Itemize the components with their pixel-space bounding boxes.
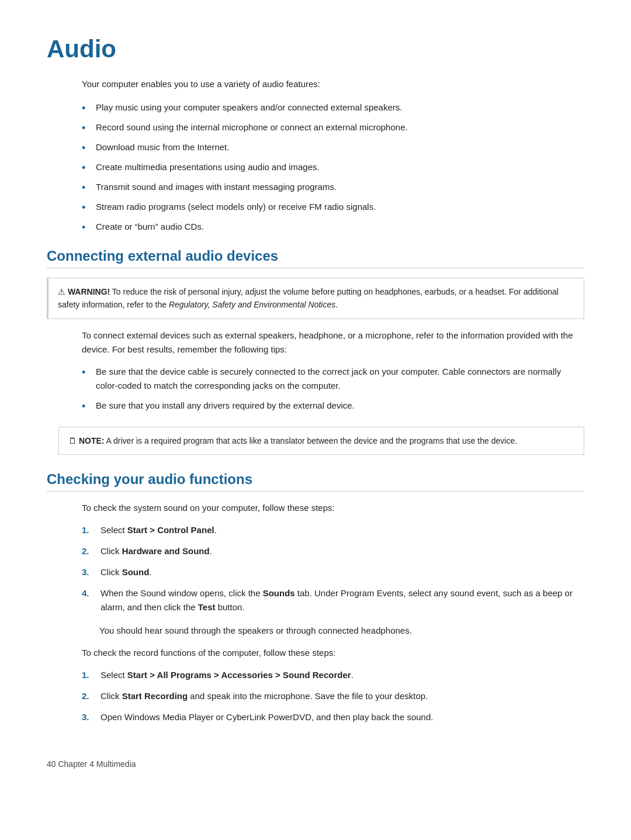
list-item: Record sound using the internal micropho… [82, 120, 584, 134]
record-intro: To check the record functions of the com… [82, 646, 584, 660]
connecting-body: To connect external devices such as exte… [82, 329, 584, 357]
list-item: Stream radio programs (select models onl… [82, 200, 584, 214]
step4-note: You should hear sound through the speake… [99, 624, 584, 638]
checking-intro: To check the system sound on your comput… [82, 501, 584, 515]
list-item: Be sure that you install any drivers req… [82, 399, 584, 413]
page-footer: 40 Chapter 4 Multimedia [47, 759, 584, 769]
list-item: Be sure that the device cable is securel… [82, 365, 584, 393]
intro-text: Your computer enables you to use a varie… [82, 77, 584, 91]
list-item: 2. Click Hardware and Sound. [82, 544, 584, 558]
list-item: 2. Click Start Recording and speak into … [82, 689, 584, 703]
note-label: NOTE: [79, 436, 105, 445]
chapter-label: Chapter 4 [58, 759, 93, 769]
tips-list: Be sure that the device cable is securel… [82, 365, 584, 413]
step-number: 1. [82, 523, 89, 537]
note-box: 🗒 NOTE: A driver is a required program t… [58, 427, 584, 455]
warning-italic: Regulatory, Safety and Environmental Not… [169, 300, 335, 309]
features-list: Play music using your computer speakers … [82, 101, 584, 234]
step-bold: Sounds [263, 588, 295, 598]
note-icon: 🗒 [68, 436, 77, 445]
list-item: 3. Open Windows Media Player or CyberLin… [82, 710, 584, 724]
step-number: 2. [82, 544, 89, 558]
step-bold: Hardware and Sound [122, 546, 210, 556]
step-bold2: Test [198, 602, 216, 612]
checking-heading: Checking your audio functions [47, 471, 584, 492]
note-text: 🗒 NOTE: A driver is a required program t… [68, 434, 574, 447]
check-steps-list: 1. Select Start > Control Panel. 2. Clic… [82, 523, 584, 614]
list-item: Create or “burn” audio CDs. [82, 220, 584, 234]
list-item: Download music from the Internet. [82, 140, 584, 154]
record-steps-list: 1. Select Start > All Programs > Accesso… [82, 668, 584, 724]
step-number: 4. [82, 586, 89, 600]
step-bold: Start > Control Panel [127, 525, 214, 535]
step-bold: Sound [122, 567, 150, 577]
warning-text: ⚠ WARNING! To reduce the risk of persona… [58, 285, 574, 312]
step-bold: Start > All Programs > Accessories > Sou… [127, 670, 351, 680]
list-item: Transmit sound and images with instant m… [82, 180, 584, 194]
step-text: Click Sound. [100, 567, 152, 577]
warning-box: ⚠ WARNING! To reduce the risk of persona… [47, 278, 584, 319]
list-item: Play music using your computer speakers … [82, 101, 584, 115]
warning-triangle-icon: ⚠ [58, 287, 65, 296]
step-text: Click Hardware and Sound. [100, 546, 212, 556]
step-text: Select Start > All Programs > Accessorie… [100, 670, 353, 680]
step-number: 1. [82, 668, 89, 682]
step-number: 3. [82, 710, 89, 724]
list-item: 1. Select Start > All Programs > Accesso… [82, 668, 584, 682]
connecting-heading: Connecting external audio devices [47, 248, 584, 268]
warning-label: WARNING! [68, 287, 110, 296]
step-bold: Start Recording [122, 691, 188, 701]
warning-end: . [335, 300, 338, 309]
page-number: 40 [47, 759, 56, 769]
step-text: Click Start Recording and speak into the… [100, 691, 428, 701]
warning-body: To reduce the risk of personal injury, a… [58, 287, 559, 309]
step-text: When the Sound window opens, click the S… [100, 588, 573, 612]
step-text: Select Start > Control Panel. [100, 525, 217, 535]
step-number: 3. [82, 565, 89, 579]
step-text: Open Windows Media Player or CyberLink P… [100, 712, 433, 722]
list-item: Create multimedia presentations using au… [82, 160, 584, 174]
list-item: 3. Click Sound. [82, 565, 584, 579]
list-item: 4. When the Sound window opens, click th… [82, 586, 584, 614]
chapter-name: Multimedia [96, 759, 136, 769]
step-number: 2. [82, 689, 89, 703]
page-title: Audio [47, 35, 584, 63]
note-body: A driver is a required program that acts… [106, 436, 518, 445]
connecting-section: Connecting external audio devices ⚠ WARN… [47, 248, 584, 455]
checking-section: Checking your audio functions To check t… [47, 471, 584, 724]
list-item: 1. Select Start > Control Panel. [82, 523, 584, 537]
